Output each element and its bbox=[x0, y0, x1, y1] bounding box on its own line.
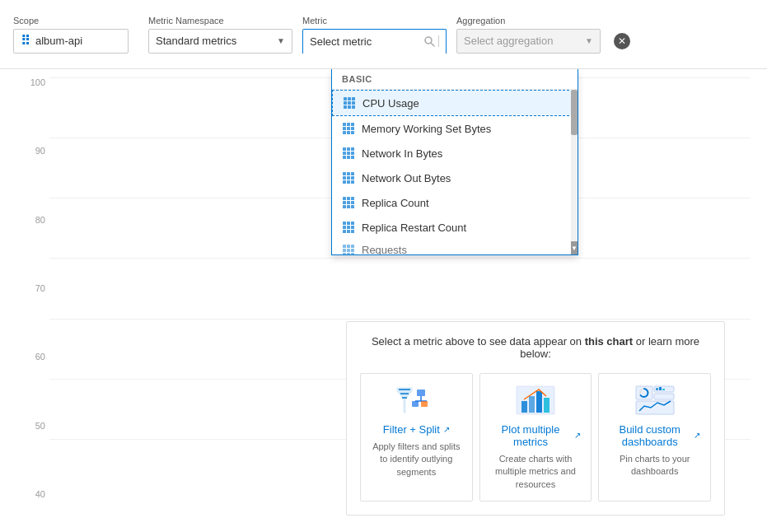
dropdown-item-label: Network Out Bytes bbox=[362, 172, 451, 184]
dropdown-item-replica-restart[interactable]: Replica Restart Count bbox=[332, 215, 578, 240]
y-label-100: 100 bbox=[30, 77, 45, 87]
svg-rect-35 bbox=[343, 180, 346, 184]
network-in-icon bbox=[342, 147, 355, 160]
dropdown-section-header: BASIC bbox=[332, 69, 578, 90]
aggregation-dropdown[interactable]: Select aggregation ▼ bbox=[456, 29, 601, 54]
svg-rect-50 bbox=[343, 226, 346, 229]
svg-rect-39 bbox=[347, 197, 350, 200]
svg-rect-57 bbox=[347, 245, 350, 248]
svg-rect-83 bbox=[656, 388, 658, 390]
aggregation-arrow-icon: ▼ bbox=[585, 36, 593, 45]
svg-rect-13 bbox=[351, 123, 354, 126]
replica-count-icon bbox=[342, 196, 355, 209]
svg-rect-27 bbox=[347, 156, 350, 159]
dropdown-item-cpu-usage[interactable]: CPU Usage bbox=[332, 90, 578, 116]
scrollbar-track[interactable]: ▼ bbox=[571, 90, 578, 254]
svg-rect-37 bbox=[351, 180, 354, 184]
build-dashboards-link[interactable]: Build custom dashboards ↗ bbox=[609, 423, 700, 448]
plot-multiple-card[interactable]: Plot multiple metrics ↗ Create charts wi… bbox=[479, 373, 592, 502]
build-dashboards-label: Build custom dashboards bbox=[609, 423, 690, 448]
svg-rect-12 bbox=[347, 123, 350, 126]
svg-rect-52 bbox=[351, 226, 354, 229]
svg-rect-53 bbox=[343, 230, 346, 233]
svg-rect-49 bbox=[351, 222, 354, 225]
svg-rect-62 bbox=[343, 253, 346, 254]
filter-split-link[interactable]: Filter + Split ↗ bbox=[371, 423, 462, 436]
svg-rect-11 bbox=[343, 123, 346, 126]
y-label-50: 50 bbox=[35, 421, 45, 431]
svg-rect-9 bbox=[348, 105, 351, 109]
svg-rect-69 bbox=[417, 390, 425, 396]
svg-rect-25 bbox=[351, 152, 354, 155]
svg-rect-8 bbox=[344, 105, 347, 109]
metric-namespace-filter: Metric Namespace Standard metrics ▼ bbox=[148, 16, 292, 54]
svg-rect-20 bbox=[343, 147, 346, 151]
dropdown-item-network-in[interactable]: Network In Bytes bbox=[332, 141, 578, 166]
dropdown-item-label: Replica Count bbox=[362, 197, 429, 209]
dropdown-item-requests[interactable]: Requests bbox=[332, 240, 578, 254]
svg-rect-6 bbox=[348, 101, 351, 105]
svg-rect-55 bbox=[351, 230, 354, 233]
metric-dropdown[interactable]: Select metric bbox=[302, 29, 447, 54]
dropdown-item-network-out[interactable]: Network Out Bytes bbox=[332, 166, 578, 190]
svg-line-1 bbox=[432, 44, 435, 47]
svg-rect-43 bbox=[351, 201, 354, 204]
dropdown-item-label: Network In Bytes bbox=[362, 147, 442, 160]
metric-label: Metric bbox=[302, 16, 447, 26]
metric-namespace-value: Standard metrics bbox=[156, 35, 236, 47]
close-button[interactable]: ✕ bbox=[614, 33, 630, 49]
scrollbar-down-arrow[interactable]: ▼ bbox=[571, 241, 578, 254]
dropdown-item-label: CPU Usage bbox=[362, 97, 419, 110]
dropdown-item-label: Memory Working Set Bytes bbox=[362, 123, 491, 135]
scrollbar-thumb[interactable] bbox=[571, 90, 578, 135]
svg-rect-2 bbox=[344, 97, 347, 100]
metric-namespace-dropdown[interactable]: Standard metrics ▼ bbox=[148, 29, 292, 54]
y-label-90: 90 bbox=[35, 146, 45, 156]
y-label-60: 60 bbox=[35, 352, 45, 362]
svg-rect-41 bbox=[343, 201, 346, 204]
aggregation-label: Aggregation bbox=[456, 16, 601, 26]
svg-rect-19 bbox=[351, 131, 354, 134]
build-dashboards-desc: Pin charts to your dashboards bbox=[609, 453, 700, 478]
build-dashboards-card[interactable]: Build custom dashboards ↗ Pin charts to … bbox=[598, 373, 711, 502]
filter-split-card[interactable]: Filter + Split ↗ Apply filters and split… bbox=[360, 373, 473, 502]
svg-rect-17 bbox=[343, 131, 346, 134]
info-cards: Filter + Split ↗ Apply filters and split… bbox=[360, 373, 711, 502]
svg-rect-40 bbox=[351, 197, 354, 200]
svg-rect-3 bbox=[348, 97, 351, 100]
svg-rect-74 bbox=[421, 401, 428, 407]
dashboards-icon bbox=[609, 384, 700, 417]
svg-rect-32 bbox=[343, 176, 346, 180]
plot-multiple-label: Plot multiple metrics bbox=[490, 423, 572, 448]
svg-rect-46 bbox=[351, 205, 354, 208]
aggregation-placeholder: Select aggregation bbox=[464, 35, 553, 47]
dropdown-item-memory[interactable]: Memory Working Set Bytes bbox=[332, 116, 578, 141]
svg-rect-14 bbox=[343, 127, 346, 130]
info-title: Select a metric above to see data appear… bbox=[360, 335, 711, 360]
svg-rect-26 bbox=[343, 156, 346, 159]
svg-rect-64 bbox=[351, 253, 354, 254]
svg-rect-4 bbox=[352, 97, 355, 100]
dropdown-item-replica-count[interactable]: Replica Count bbox=[332, 190, 578, 215]
plot-multiple-link[interactable]: Plot multiple metrics ↗ bbox=[490, 423, 582, 448]
svg-rect-28 bbox=[351, 156, 354, 159]
dropdown-items-container: CPU Usage Memory Wor bbox=[332, 90, 578, 254]
svg-rect-10 bbox=[352, 105, 355, 109]
scope-dots-icon: ⠿ bbox=[21, 33, 30, 49]
svg-rect-7 bbox=[352, 101, 355, 105]
svg-rect-24 bbox=[347, 152, 350, 155]
svg-rect-47 bbox=[343, 222, 346, 225]
y-label-40: 40 bbox=[35, 489, 45, 499]
metric-dropdown-list: BASIC CPU Usage bbox=[331, 69, 578, 255]
svg-rect-30 bbox=[347, 172, 350, 175]
svg-rect-63 bbox=[347, 253, 350, 254]
scope-input[interactable]: ⠿ album-api bbox=[13, 29, 129, 54]
svg-rect-61 bbox=[351, 249, 354, 252]
svg-rect-36 bbox=[347, 180, 350, 184]
svg-rect-18 bbox=[347, 131, 350, 134]
svg-rect-77 bbox=[529, 396, 535, 413]
svg-rect-31 bbox=[351, 172, 354, 175]
plot-multiple-icon bbox=[490, 384, 582, 417]
y-label-70: 70 bbox=[35, 283, 45, 293]
svg-marker-65 bbox=[397, 388, 412, 413]
